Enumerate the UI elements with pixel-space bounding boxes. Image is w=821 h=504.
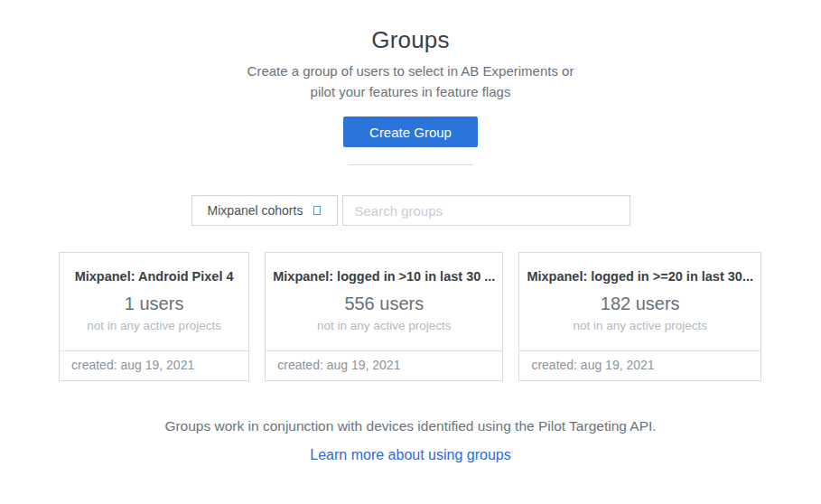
learn-more-link[interactable]: Learn more about using groups — [310, 447, 510, 462]
header-divider — [349, 164, 473, 165]
group-created: created: aug 19, 2021 — [519, 350, 760, 380]
groups-info-note: Groups work in conjunction with devices … — [0, 418, 821, 434]
group-title: Mixpanel: Android Pixel 4 — [60, 269, 248, 284]
group-card[interactable]: Mixpanel: logged in >=20 in last 30... 1… — [518, 252, 761, 381]
group-card-main: Mixpanel: logged in >10 in last 30 ... 5… — [266, 253, 502, 350]
group-cards-row: Mixpanel: Android Pixel 4 1 users not in… — [59, 252, 761, 381]
group-users-count: 182 users — [519, 294, 760, 314]
subtitle-line-1: Create a group of users to select in AB … — [0, 61, 821, 81]
cohort-source-label: Mixpanel cohorts — [208, 203, 303, 218]
group-card-main: Mixpanel: logged in >=20 in last 30... 1… — [519, 253, 760, 350]
group-card-main: Mixpanel: Android Pixel 4 1 users not in… — [60, 253, 248, 350]
group-card[interactable]: Mixpanel: Android Pixel 4 1 users not in… — [59, 252, 249, 381]
cohort-source-select[interactable]: Mixpanel cohorts — [191, 195, 338, 226]
create-group-button[interactable]: Create Group — [343, 117, 478, 147]
group-users-count: 556 users — [266, 294, 502, 314]
filter-row: Mixpanel cohorts — [0, 195, 821, 226]
search-groups-input[interactable] — [342, 195, 630, 226]
group-created: created: aug 19, 2021 — [266, 350, 502, 380]
group-status: not in any active projects — [60, 319, 248, 332]
page-subtitle: Create a group of users to select in AB … — [0, 61, 821, 102]
group-card[interactable]: Mixpanel: logged in >10 in last 30 ... 5… — [265, 252, 503, 381]
group-status: not in any active projects — [519, 319, 760, 332]
group-created: created: aug 19, 2021 — [60, 350, 248, 380]
group-title: Mixpanel: logged in >10 in last 30 ... — [266, 269, 502, 284]
group-status: not in any active projects — [266, 319, 502, 332]
select-indicator-icon — [313, 206, 321, 215]
group-title: Mixpanel: logged in >=20 in last 30... — [519, 269, 760, 284]
learn-more-wrap: Learn more about using groups — [0, 447, 821, 463]
groups-page: Groups Create a group of users to select… — [0, 0, 821, 504]
subtitle-line-2: pilot your features in feature flags — [0, 81, 821, 102]
page-header: Groups Create a group of users to select… — [0, 0, 821, 165]
group-users-count: 1 users — [60, 294, 248, 314]
page-title: Groups — [0, 26, 821, 54]
